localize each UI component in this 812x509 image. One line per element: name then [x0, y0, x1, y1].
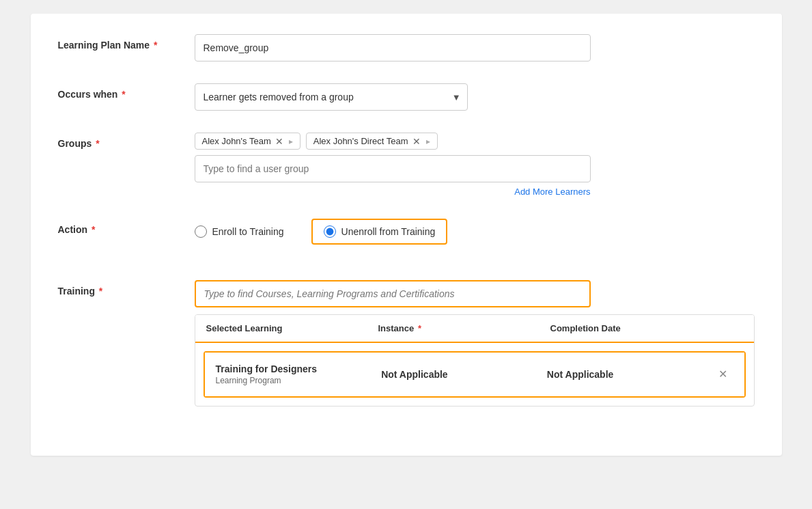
group-tag-1-remove[interactable]: ✕: [275, 137, 283, 146]
cell-instance: Not Applicable: [381, 368, 547, 381]
training-table: Selected Learning Instance * Completion …: [195, 314, 755, 407]
training-label: Training *: [58, 280, 195, 297]
groups-field: Alex John's Team ✕ ▸ Alex John's Direct …: [195, 133, 755, 197]
group-search-input[interactable]: [195, 155, 591, 182]
groups-label: Groups *: [58, 133, 195, 149]
training-search-input[interactable]: [195, 280, 591, 307]
unenroll-option[interactable]: Unenroll from Training: [311, 219, 448, 245]
tag-arrow-icon: ▸: [289, 137, 293, 146]
action-field: Enroll to Training Unenroll from Trainin…: [195, 219, 755, 258]
group-tag-2: Alex John's Direct Team ✕ ▸: [306, 133, 438, 150]
occurs-when-label: Occurs when *: [58, 83, 195, 100]
groups-row: Groups * Alex John's Team ✕ ▸ Alex John'…: [58, 133, 755, 197]
table-header: Selected Learning Instance * Completion …: [195, 315, 754, 343]
plan-name-label: Learning Plan Name *: [58, 34, 195, 51]
add-more-learners-link[interactable]: Add More Learners: [195, 187, 591, 197]
action-radio-group: Enroll to Training Unenroll from Trainin…: [195, 219, 755, 245]
occurs-when-select-wrapper: Learner gets removed from a group Learne…: [195, 83, 468, 111]
training-field: Selected Learning Instance * Completion …: [195, 280, 755, 407]
completion-value: Not Applicable: [547, 369, 614, 380]
tag-arrow-icon-2: ▸: [426, 137, 430, 146]
instance-value: Not Applicable: [381, 369, 448, 380]
occurs-when-row: Occurs when * Learner gets removed from …: [58, 83, 755, 111]
training-type: Learning Program: [216, 376, 382, 385]
unenroll-radio[interactable]: [324, 225, 336, 238]
group-tag-2-remove[interactable]: ✕: [412, 137, 421, 146]
col-instance-header: Instance *: [378, 323, 550, 333]
remove-training-button[interactable]: ✕: [718, 369, 727, 380]
training-row: Training * Selected Learning Instance * …: [58, 280, 755, 407]
action-row: Action * Enroll to Training Unenroll fro…: [58, 219, 755, 258]
group-tag-1-label: Alex John's Team: [202, 136, 271, 146]
group-tag-2-label: Alex John's Direct Team: [313, 136, 408, 146]
groups-tags-area: Alex John's Team ✕ ▸ Alex John's Direct …: [195, 133, 755, 150]
plan-name-input[interactable]: [195, 34, 591, 61]
action-required: *: [92, 224, 95, 235]
enroll-option[interactable]: Enroll to Training: [195, 225, 284, 238]
groups-required: *: [96, 138, 99, 149]
col-selected-header: Selected Learning: [206, 323, 378, 333]
action-label: Action *: [58, 219, 195, 235]
table-row: Training for Designers Learning Program …: [205, 353, 744, 396]
training-required: *: [99, 286, 102, 297]
plan-name-required: *: [154, 40, 157, 51]
cell-action: ✕: [713, 368, 733, 381]
plan-name-row: Learning Plan Name *: [58, 34, 755, 61]
training-table-row-wrapper: Training for Designers Learning Program …: [204, 351, 746, 398]
plan-name-field: [195, 34, 755, 61]
col-completion-header: Completion Date: [550, 323, 723, 333]
cell-selected: Training for Designers Learning Program: [216, 363, 382, 385]
cell-completion: Not Applicable: [547, 368, 713, 381]
occurs-when-required: *: [122, 89, 125, 100]
form-container: Learning Plan Name * Occurs when * Learn…: [31, 14, 782, 456]
enroll-label: Enroll to Training: [212, 226, 284, 237]
unenroll-label: Unenroll from Training: [341, 226, 436, 237]
training-name: Training for Designers: [216, 363, 382, 374]
occurs-when-field: Learner gets removed from a group Learne…: [195, 83, 755, 111]
group-tag-1: Alex John's Team ✕ ▸: [195, 133, 300, 150]
enroll-radio[interactable]: [195, 225, 207, 238]
occurs-when-select[interactable]: Learner gets removed from a group Learne…: [195, 83, 468, 111]
col-action-header: [723, 323, 743, 333]
